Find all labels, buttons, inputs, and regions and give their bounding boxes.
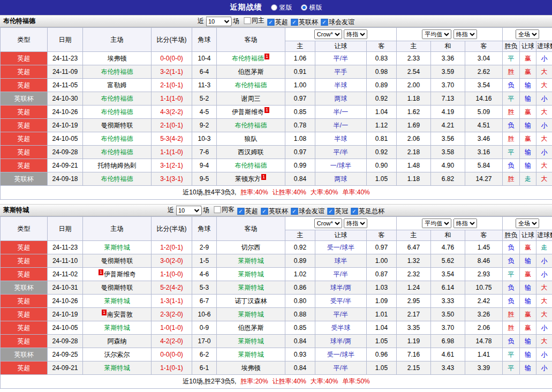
team-name-link[interactable]: 西汉姆联 [238, 148, 264, 156]
filter-checkbox[interactable]: ✓球会友谊 [291, 207, 324, 216]
team-name-link[interactable]: 布伦特福德 [101, 175, 133, 183]
team-name-link[interactable]: 埃弗顿 [108, 55, 127, 62]
avg-odds-cell: 1.48 [397, 159, 431, 172]
team-name-link[interactable]: 南安普敦 [107, 311, 133, 318]
team-name-link[interactable]: 曼彻斯特联 [101, 257, 133, 265]
team-name-link[interactable]: 莱斯特城 [238, 270, 264, 278]
checkbox-icon[interactable]: ✓ [291, 19, 298, 26]
avg-type-select[interactable]: 平均值 [422, 218, 451, 228]
avg-type-select[interactable]: 平均值 [422, 29, 451, 39]
team-name-link[interactable]: 布伦特福德 [101, 95, 133, 102]
filter-checkbox[interactable]: 同主 [244, 16, 264, 25]
filter-checkbox[interactable]: ✓英超 [267, 18, 288, 27]
team-name-link[interactable]: 布伦特福德 [232, 55, 264, 62]
team-name-link[interactable]: 布伦特福德 [101, 108, 133, 116]
team-name-link[interactable]: 诺丁汉森林 [235, 297, 267, 305]
filter-checkbox[interactable]: ✓英联杯 [291, 18, 318, 27]
odds-stage-select[interactable]: 终指 [344, 218, 367, 228]
team-name-link[interactable]: 莱斯特城 [238, 311, 264, 318]
team-name-link[interactable]: 埃弗顿 [241, 364, 261, 372]
checkbox-label: 英联杯 [269, 207, 288, 216]
away-team-cell: 莱顿东方1 [217, 172, 285, 186]
odds-cell: 1.00 [367, 254, 397, 268]
team-name-link[interactable]: 曼彻斯特联 [101, 284, 133, 291]
handicap-result-cell: 赢 [520, 241, 536, 254]
sub-header-handicap-res: 让球 [520, 230, 536, 241]
checkbox-icon[interactable]: ✓ [327, 208, 334, 215]
goals-result-cell: 大 [536, 308, 552, 321]
team-name-link[interactable]: 莱斯特城 [238, 284, 264, 291]
team-name-link[interactable]: 富勒姆 [108, 81, 127, 89]
team-name-link[interactable]: 伯恩茅斯 [238, 68, 264, 76]
filter-checkbox[interactable]: ✓英足总杯 [351, 207, 384, 216]
avg-odds-cell: 2.93 [465, 268, 503, 281]
team-name-link[interactable]: 托特纳姆热刺 [98, 162, 137, 169]
team-name-link[interactable]: 布伦特福德 [101, 68, 133, 76]
team-name-link[interactable]: 莱斯特城 [238, 337, 264, 345]
home-team-cell: 布伦特福德 [83, 172, 152, 186]
team-name-link[interactable]: 狼队 [245, 135, 258, 142]
avg-stage-select[interactable]: 终指 [453, 29, 477, 39]
checkbox-icon[interactable]: ✓ [291, 208, 298, 215]
team-name-link[interactable]: 伯恩茅斯 [238, 324, 264, 331]
checkbox-icon[interactable]: ✓ [267, 19, 274, 26]
team-name-link[interactable]: 布伦特福德 [235, 81, 267, 89]
team-name-link[interactable]: 布伦特福德 [101, 135, 133, 142]
filter-checkbox[interactable]: ✓球会友谊 [321, 18, 354, 27]
team-name-link[interactable]: 莱斯特城 [104, 244, 130, 251]
team-name-link[interactable]: 阿森纳 [108, 337, 127, 345]
team-name-link[interactable]: 伊普斯维奇 [104, 270, 136, 278]
team-name-link[interactable]: 布伦特福德 [235, 162, 267, 169]
league-type-cell: 英超 [1, 146, 48, 159]
rank-badge: 1 [99, 269, 103, 275]
match-row: 英超24-11-05富勒姆2-1(0-1)11-3布伦特福德1.00半球0.89… [1, 79, 552, 92]
team-name-link[interactable]: 布伦特福德 [235, 122, 267, 129]
team-name-link[interactable]: 莱顿东方 [235, 175, 261, 183]
filter-checkbox[interactable]: ✓英冠 [327, 207, 348, 216]
checkbox-icon[interactable]: ✓ [351, 208, 358, 215]
checkbox-icon[interactable] [214, 206, 221, 213]
odds-stage-select[interactable]: 终指 [344, 29, 367, 39]
radio-icon[interactable] [271, 4, 277, 11]
goals-result-cell: 小 [536, 254, 552, 268]
checkbox-icon[interactable] [244, 17, 251, 24]
radio-icon[interactable] [301, 4, 307, 11]
checkbox-icon[interactable]: ✓ [261, 208, 268, 215]
date-cell: 24-11-05 [48, 79, 83, 92]
result-scope-select[interactable]: 全场 [516, 218, 539, 228]
team-name-link[interactable]: 布伦特福德 [101, 148, 133, 156]
filter-checkbox[interactable]: ✓英超 [237, 207, 258, 216]
match-count-select[interactable]: 10 [206, 17, 231, 26]
odds-company-select[interactable]: Crow* [314, 29, 342, 39]
result-scope-select[interactable]: 全场 [516, 29, 539, 39]
team-name-link[interactable]: 沃尔索尔 [104, 351, 130, 358]
odds-company-select[interactable]: Crow* [314, 218, 342, 228]
team-name-link[interactable]: 谢周三 [241, 95, 261, 102]
filter-checkbox[interactable]: ✓英联杯 [261, 207, 288, 216]
team-name-link[interactable]: 莱斯特城 [238, 351, 264, 358]
match-row: 英超24-09-21托特纳姆热刺3-1(2-1)9-4布伦特福德0.99一/球半… [1, 159, 552, 172]
team-name-link[interactable]: 切尔西 [241, 244, 261, 251]
date-cell: 24-11-23 [48, 52, 83, 65]
checkbox-icon[interactable]: ✓ [321, 19, 328, 26]
checkbox-icon[interactable]: ✓ [237, 208, 244, 215]
filter-checkbox-group: 同客✓英超✓英联杯✓球会友谊✓英冠✓英足总杯 [211, 205, 384, 216]
handicap-result-cell: 输 [520, 295, 536, 308]
team-name-link[interactable]: 莱斯特城 [104, 297, 130, 305]
date-cell: 24-09-21 [48, 159, 83, 172]
team-name-link[interactable]: 伊普斯维奇 [232, 108, 264, 116]
col-header-away: 客场 [217, 28, 285, 52]
avg-odds-cell: 2.06 [397, 132, 431, 146]
team-name-link[interactable]: 莱斯特城 [104, 324, 130, 331]
layout-radio-horizontal[interactable]: 横版 [301, 3, 322, 12]
match-count-select[interactable]: 10 [176, 206, 201, 215]
avg-stage-select[interactable]: 终指 [453, 218, 477, 228]
league-type-cell: 英超 [1, 159, 48, 172]
layout-radio-vertical[interactable]: 竖版 [271, 3, 292, 12]
team-name-link[interactable]: 莱斯特城 [104, 364, 130, 372]
handicap-result-cell: 输 [520, 92, 536, 105]
team-name-link[interactable]: 曼彻斯特联 [101, 122, 133, 129]
handicap-result-cell: 输 [520, 119, 536, 132]
team-name-link[interactable]: 莱斯特城 [238, 257, 264, 265]
filter-checkbox[interactable]: 同客 [214, 205, 235, 214]
